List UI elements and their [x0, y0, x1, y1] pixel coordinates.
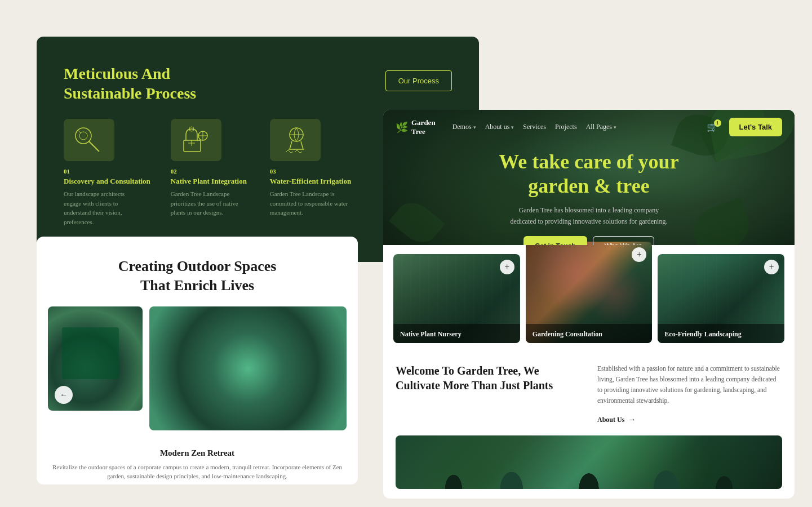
logo-line1: Garden: [411, 118, 436, 127]
outdoor-spaces-card: Creating Outdoor Spaces That Enrich Live…: [37, 237, 358, 484]
about-title: Welcome To Garden Tree, We Cultivate Mor…: [396, 363, 580, 393]
nav-services[interactable]: Services: [523, 123, 546, 131]
service-card-native-plant: + Native Plant Nursery: [393, 254, 520, 343]
hero-title: We take care of your garden & tree: [411, 150, 766, 198]
svg-rect-4: [184, 140, 201, 152]
nav-links: Demos ▾ About us ▾ Services Projects All…: [452, 123, 695, 131]
nav-about-label: About us: [485, 123, 510, 131]
logo-icon: 🌿: [396, 121, 408, 134]
service-card-gardening: + Gardening Consultation: [526, 242, 653, 343]
lets-talk-button[interactable]: Let's Talk: [729, 118, 782, 136]
svg-line-1: [89, 141, 99, 152]
about-us-link[interactable]: About Us →: [597, 415, 636, 424]
step-1: 01 Discovery and Consultation Our landsc…: [64, 119, 150, 226]
step-3-title: Water-Efficient Irrigation: [270, 177, 351, 186]
hero-content: We take care of your garden & tree Garde…: [383, 144, 795, 245]
step-1-title: Discovery and Consultation: [64, 177, 150, 186]
service-1-label-text: Native Plant Nursery: [400, 330, 462, 338]
nav-about-chevron: ▾: [511, 124, 514, 130]
zen-retreat-label: Modern Zen Retreat: [37, 442, 358, 460]
nav-projects-label: Projects: [555, 123, 577, 131]
step-3-desc: Garden Tree Landscape is committed to re…: [270, 189, 349, 217]
service-3-plus-button[interactable]: +: [764, 260, 779, 274]
hero-buttons: Get in Touch Who We Are: [411, 236, 766, 245]
nav-about[interactable]: About us ▾: [485, 123, 514, 131]
about-description: Established with a passion for nature an…: [597, 363, 782, 406]
step-2-desc: Garden Tree Landscape prioritizes the us…: [171, 189, 250, 217]
nav-all-pages-chevron: ▾: [614, 124, 616, 130]
zen-retreat-description: Revitalize the outdoor spaces of a corpo…: [37, 460, 358, 484]
hero-section: 🌿 Garden Tree Demos ▾ About us ▾ Service…: [383, 110, 795, 245]
nav-demos[interactable]: Demos ▾: [452, 123, 476, 131]
cart-icon[interactable]: 🛒 1: [707, 122, 718, 132]
svg-line-3: [78, 130, 81, 133]
about-title-col: Welcome To Garden Tree, We Cultivate Mor…: [396, 363, 580, 424]
aerial-image-large: [149, 306, 347, 430]
logo-line2: Tree: [411, 127, 436, 136]
aerial-image-small: ←: [48, 306, 143, 411]
plant-integration-icon: [179, 124, 213, 155]
front-card: 🌿 Garden Tree Demos ▾ About us ▾ Service…: [383, 110, 795, 499]
service-3-label-text: Eco-Friendly Landscaping: [664, 330, 741, 338]
irrigation-icon: [278, 124, 312, 155]
service-card-eco-landscaping: + Eco-Friendly Landscaping: [658, 254, 784, 343]
bottom-garden-image: [396, 435, 782, 489]
prev-arrow-button[interactable]: ←: [55, 386, 73, 404]
step-1-desc: Our landscape architects engage with cli…: [64, 189, 143, 226]
service-3-label-bar: Eco-Friendly Landscaping: [658, 324, 784, 343]
step-1-num: 01: [64, 168, 150, 175]
nav-all-pages[interactable]: All Pages ▾: [586, 123, 616, 131]
service-2-label-bar: Gardening Consultation: [526, 324, 653, 343]
svg-point-2: [79, 132, 87, 140]
hero-subtitle: Garden Tree has blossomed into a leading…: [510, 205, 668, 226]
about-desc-col: Established with a passion for nature an…: [597, 363, 782, 424]
about-section: Welcome To Garden Tree, We Cultivate Mor…: [383, 352, 795, 435]
step-2-num: 02: [171, 168, 250, 175]
outdoor-images-row: ←: [37, 306, 358, 442]
about-us-link-text: About Us: [597, 416, 624, 424]
logo-text: Garden Tree: [411, 118, 436, 136]
step-3: 03 Water-Efficient Irrigation Garden Tre…: [270, 119, 351, 226]
nav-projects[interactable]: Projects: [555, 123, 577, 131]
outdoor-spaces-header: Creating Outdoor Spaces That Enrich Live…: [37, 237, 358, 306]
navbar: 🌿 Garden Tree Demos ▾ About us ▾ Service…: [383, 110, 795, 144]
process-title: Meticulous And Sustainable Process: [64, 64, 244, 103]
our-process-button[interactable]: Our Process: [385, 70, 452, 91]
discovery-icon: [72, 124, 106, 155]
nav-demos-label: Demos: [452, 123, 472, 131]
who-we-are-button[interactable]: Who We Are: [593, 236, 654, 245]
services-section: + Native Plant Nursery + Gardening Consu…: [383, 245, 795, 352]
service-1-label-bar: Native Plant Nursery: [393, 324, 520, 343]
logo: 🌿 Garden Tree: [396, 118, 436, 136]
nav-services-label: Services: [523, 123, 546, 131]
nav-all-pages-label: All Pages: [586, 123, 612, 131]
step-2: 02 Native Plant Integration Garden Tree …: [171, 119, 250, 226]
nav-demos-chevron: ▾: [473, 124, 476, 130]
step-3-num: 03: [270, 168, 351, 175]
step-1-icon-box: [64, 119, 114, 161]
outdoor-spaces-title: Creating Outdoor Spaces That Enrich Live…: [57, 257, 338, 295]
service-2-label-text: Gardening Consultation: [533, 330, 602, 338]
cart-badge: 1: [714, 119, 721, 127]
service-1-plus-button[interactable]: +: [500, 260, 514, 274]
about-us-arrow-icon: →: [628, 415, 636, 424]
step-3-icon-box: [270, 119, 321, 161]
step-2-icon-box: [171, 119, 221, 161]
garden-aerial-bg-2: [149, 306, 347, 430]
get-in-touch-button[interactable]: Get in Touch: [523, 236, 587, 245]
step-2-title: Native Plant Integration: [171, 177, 250, 186]
